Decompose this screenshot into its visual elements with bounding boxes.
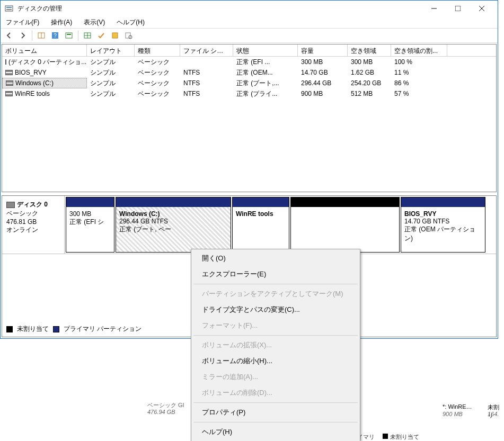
col-fs[interactable]: ファイル システム [180,44,233,56]
bg-fragment: 900 MB [443,411,463,417]
toolbar-separator [32,30,32,41]
cm-open[interactable]: 開く(O) [191,250,360,266]
toolbar: ? [1,28,498,43]
col-type[interactable]: 種類 [135,44,180,56]
volume-icon [5,59,6,65]
disk-type: ベーシック [6,209,60,218]
legend: 未割り当て プライマリ パーティション [6,325,142,334]
svg-rect-4 [455,6,461,11]
col-volume[interactable]: ボリューム [2,44,87,56]
partition[interactable]: Windows (C:)296.44 GB NTFS正常 (ブート, ペー [116,197,231,253]
menu-action[interactable]: 操作(A) [49,17,74,28]
svg-rect-11 [66,33,72,38]
toolbar-icon[interactable] [63,30,75,41]
volume-icon [6,80,13,86]
volume-icon [5,91,13,96]
toolbar-icon[interactable] [109,30,121,41]
svg-text:?: ? [54,33,57,39]
disk-label: ディスク 0 [17,200,48,209]
help-icon[interactable]: ? [49,30,61,41]
volume-icon [5,70,13,75]
bg-fragment: 476.94 GB [147,409,175,415]
cm-extend: ボリュームの拡張(X)... [191,337,360,353]
bg-fragment: 164. [488,411,499,417]
menu-view[interactable]: 表示(V) [82,17,107,28]
cm-change-drive-letter[interactable]: ドライブ文字とパスの変更(C)... [191,302,360,318]
volume-list[interactable]: ボリューム レイアウト 種類 ファイル システム 状態 容量 空き領域 空き領域… [2,44,497,192]
svg-rect-12 [67,34,71,35]
cm-help[interactable]: ヘルプ(H) [191,424,360,440]
toolbar-icon[interactable] [122,30,135,41]
col-capacity[interactable]: 容量 [298,44,348,56]
partitions: 300 MB正常 (EFI シWindows (C:)296.44 GB NTF… [65,196,496,254]
legend-unallocated: 未割り当て [17,325,49,334]
bg-fragment: 未割り当て [383,433,419,441]
col-layout[interactable]: レイアウト [87,44,135,56]
toolbar-icon[interactable] [95,30,108,41]
disk-icon [6,202,15,208]
bg-fragment: *: WinRE… [443,403,472,410]
context-menu: 開く(O) エクスプローラー(E) パーティションをアクティブとしてマーク(M)… [191,249,360,441]
menu-file[interactable]: ファイル(F) [4,17,41,28]
legend-swatch-primary [53,326,59,332]
toolbar-separator [78,30,78,41]
window-title: ディスクの管理 [17,4,422,13]
partition[interactable]: BIOS_RVY14.70 GB NTFS正常 (OEM パーティション) [401,197,485,253]
col-free[interactable]: 空き領域 [348,44,391,56]
toolbar-icon[interactable] [81,30,94,41]
cm-separator [193,284,358,284]
disk-state: オンライン [6,226,60,235]
svg-rect-16 [112,33,118,38]
cm-mark-active: パーティションをアクティブとしてマーク(M) [191,286,360,302]
volume-row[interactable]: Windows (C:)シンプルベーシックNTFS正常 (ブート,...296.… [2,78,496,88]
svg-rect-0 [5,6,13,11]
app-icon [5,4,13,13]
minimize-button[interactable] [422,1,446,16]
maximize-button[interactable] [446,1,470,16]
volume-row[interactable]: WinRE toolsシンプルベーシックNTFS正常 (プライ...900 MB… [2,88,496,99]
legend-swatch-unallocated [6,326,13,332]
forward-button[interactable] [16,30,29,41]
cm-properties[interactable]: プロパティ(P) [191,404,360,420]
col-status[interactable]: 状態 [233,44,298,56]
volume-row[interactable]: BIOS_RVYシンプルベーシックNTFS正常 (OEM...14.70 GB1… [2,67,496,78]
volume-list-header: ボリューム レイアウト 種類 ファイル システム 状態 容量 空き領域 空き領域… [2,44,496,57]
cm-shrink[interactable]: ボリュームの縮小(H)... [191,353,360,369]
partition[interactable]: 300 MB正常 (EFI シ [66,197,114,253]
volume-row[interactable]: (ディスク 0 パーティショ...シンプルベーシック正常 (EFI ...300… [2,57,496,67]
toolbar-icon[interactable] [35,30,48,41]
svg-rect-1 [6,7,12,8]
cm-format: フォーマット(F)... [191,318,360,334]
cm-separator [193,335,358,336]
disk-size: 476.81 GB [6,218,60,226]
col-freepct[interactable]: 空き領域の割... [391,44,447,56]
partition[interactable]: WinRE tools [232,197,289,253]
cm-separator [193,422,358,422]
bg-fragment: ベーシック GI [147,401,184,409]
disk-row: ディスク 0 ベーシック 476.81 GB オンライン 300 MB正常 (E… [2,196,496,254]
legend-primary: プライマリ パーティション [64,325,142,334]
menu-help[interactable]: ヘルプ(H) [114,17,147,28]
cm-add-mirror: ミラーの追加(A)... [191,369,360,385]
close-button[interactable] [470,1,493,16]
back-button[interactable] [3,30,15,41]
window-controls [422,1,493,16]
svg-rect-2 [6,9,12,10]
cm-explorer[interactable]: エクスプローラー(E) [191,266,360,282]
cm-separator [193,402,358,403]
cm-delete: ボリュームの削除(D)... [191,385,360,401]
titlebar[interactable]: ディスクの管理 [1,1,498,16]
menubar: ファイル(F) 操作(A) 表示(V) ヘルプ(H) [1,16,498,28]
disk-info[interactable]: ディスク 0 ベーシック 476.81 GB オンライン [2,196,65,254]
partition[interactable] [290,197,400,253]
